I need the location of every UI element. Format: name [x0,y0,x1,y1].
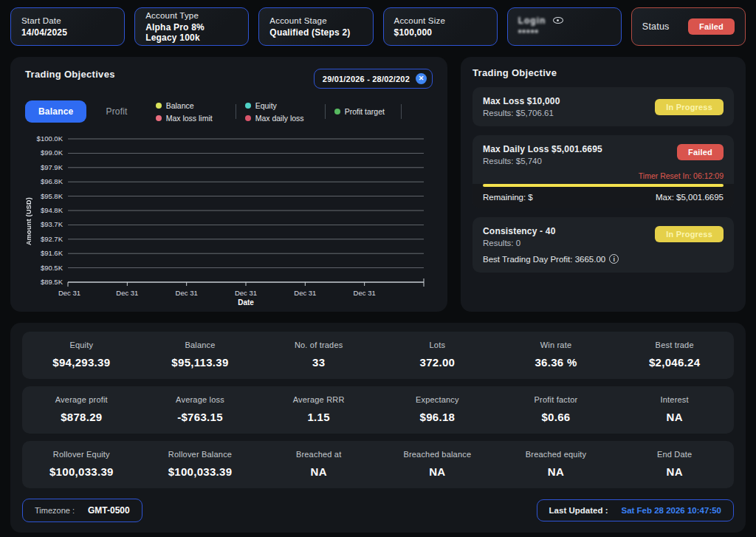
stat-label: No. of trades [259,341,378,349]
status-badge: Failed [688,18,735,35]
stat-rollover-balance: Rollover Balance $100,033.39 [141,450,260,478]
legend-item-max-loss-limit[interactable]: Max loss limit [156,114,227,123]
objective-card-max-daily-loss: Max Daily Loss $5,001.6695 Results: $5,7… [472,135,734,208]
legend-max-loss-limit-label: Max loss limit [166,114,213,123]
stat-label: Breached balance [378,450,497,459]
start-date-value: 14/04/2025 [21,27,114,38]
stat-win-rate: Win rate 36.36 % [497,341,616,369]
legend-item-balance[interactable]: Balance [156,101,227,110]
max-daily-loss-status-badge: Failed [677,144,724,160]
stat-label: Interest [615,395,734,404]
stat-value: NA [615,465,734,478]
start-date-card: Start Date 14/04/2025 [10,7,125,46]
stat-value: 36.36 % [497,356,616,369]
chart-panel-title: Trading Objectives [25,69,115,80]
account-stage-value: Qualified (Steps 2) [269,27,362,38]
stat-value: $96.18 [378,411,497,423]
legend-max-daily-loss-label: Max daily loss [255,114,304,123]
svg-text:Date: Date [238,298,254,307]
login-masked-value: ***** [518,28,611,38]
max-loss-limit-dot-icon [156,115,162,121]
last-updated-label: Last Updated : [549,506,608,515]
stat-value: $2,046.24 [615,356,734,369]
stat-breached-balance: Breached balance NA [378,450,497,478]
legend-item-max-daily-loss[interactable]: Max daily loss [245,114,316,123]
stat-lots: Lots 372.00 [378,341,497,369]
tab-profit[interactable]: Profit [106,106,127,117]
balance-dot-icon [156,103,162,109]
svg-text:Dec 31: Dec 31 [116,289,138,297]
legend-item-profit-target[interactable]: Profit target [334,107,392,116]
stat-no-of-trades: No. of trades 33 [259,341,378,369]
clear-date-button[interactable]: ✕ [416,73,427,84]
stat-value: $878.29 [22,411,141,423]
timer-reset-text: Timer Reset In: 06:12:09 [483,171,724,180]
account-info-row: Start Date 14/04/2025 Account Type Alpha… [10,7,746,46]
tab-balance[interactable]: Balance [25,100,86,123]
stat-value: 33 [259,356,378,369]
login-card: Login ***** [507,7,622,46]
legend-equity-label: Equity [255,101,277,110]
stat-value: $94,293.39 [22,356,141,369]
svg-text:Dec 31: Dec 31 [354,289,376,297]
account-type-value: Alpha Pro 8% Legacy 100k [145,22,238,43]
status-card: Status Failed [631,7,746,46]
stat-label: Equity [22,341,141,349]
account-type-label: Account Type [145,11,238,20]
daily-loss-progress-bar [483,184,724,187]
date-range-value: 29/01/2026 - 28/02/202 [323,75,410,83]
stat-label: Average RRR [259,395,378,404]
chart-controls: Balance Profit Balance Max loss limit [25,100,433,123]
account-stage-label: Account Stage [269,16,362,25]
legend-divider [236,104,236,119]
svg-text:$95.8K: $95.8K [41,192,63,200]
dashboard-page: Start Date 14/04/2025 Account Type Alpha… [0,0,756,537]
timezone-value: GMT-0500 [88,505,130,516]
stat-value: 372.00 [378,356,497,369]
stat-label: Balance [141,341,260,349]
svg-text:Dec 31: Dec 31 [235,289,257,297]
statistics-panel: Equity $94,293.39 Balance $95,113.39 No.… [10,323,746,533]
consistency-results: Results: 0 [483,239,619,247]
stat-label: Rollover Balance [141,450,260,459]
stat-balance: Balance $95,113.39 [141,341,260,369]
account-stage-card: Account Stage Qualified (Steps 2) [258,7,373,46]
stat-equity: Equity $94,293.39 [22,341,141,369]
stat-label: Average profit [22,395,141,404]
stat-value: $100,033.39 [22,465,141,478]
svg-text:$99.0K: $99.0K [41,148,63,157]
svg-text:Dec 31: Dec 31 [294,289,316,297]
account-size-label: Account Size [394,16,487,25]
stat-value: NA [259,465,378,478]
eye-icon[interactable] [553,17,563,24]
legend-divider [401,104,402,119]
svg-text:$94.8K: $94.8K [41,206,63,214]
stat-expectancy: Expectancy $96.18 [378,395,497,423]
svg-text:$93.7K: $93.7K [41,220,63,228]
date-range-picker[interactable]: 29/01/2026 - 28/02/202 ✕ [314,69,433,89]
stat-value: 1.15 [259,411,378,423]
last-updated-value: Sat Feb 28 2026 10:47:50 [621,506,721,515]
svg-text:$100.0K: $100.0K [37,134,63,143]
stat-label: Best trade [615,341,734,349]
legend-divider [325,104,326,119]
stat-row-1: Equity $94,293.39 Balance $95,113.39 No.… [22,332,734,379]
max-daily-loss-title: Max Daily Loss $5,001.6695 [483,144,602,154]
svg-text:$91.6K: $91.6K [41,249,63,257]
objective-card-max-loss: Max Loss $10,000 Results: $5,706.61 In P… [472,87,734,126]
stat-average-profit: Average profit $878.29 [22,395,141,423]
chart-legend: Balance Max loss limit Equity [156,101,433,123]
max-text: Max: $5,001.6695 [656,193,724,202]
account-size-card: Account Size $100,000 [383,7,498,46]
info-icon[interactable]: i [609,254,619,264]
legend-item-equity[interactable]: Equity [245,101,316,110]
stat-label: Rollover Equity [22,450,141,459]
stat-value: $100,033.39 [141,465,260,478]
stat-row-3: Rollover Equity $100,033.39 Rollover Bal… [22,441,734,488]
equity-dot-icon [245,103,251,109]
legend-balance-label: Balance [166,101,194,110]
stat-best-trade: Best trade $2,046.24 [615,341,734,369]
remaining-text: Remaining: $ [483,193,533,202]
stat-value: $95,113.39 [141,356,260,369]
stat-label: Expectancy [378,395,497,404]
